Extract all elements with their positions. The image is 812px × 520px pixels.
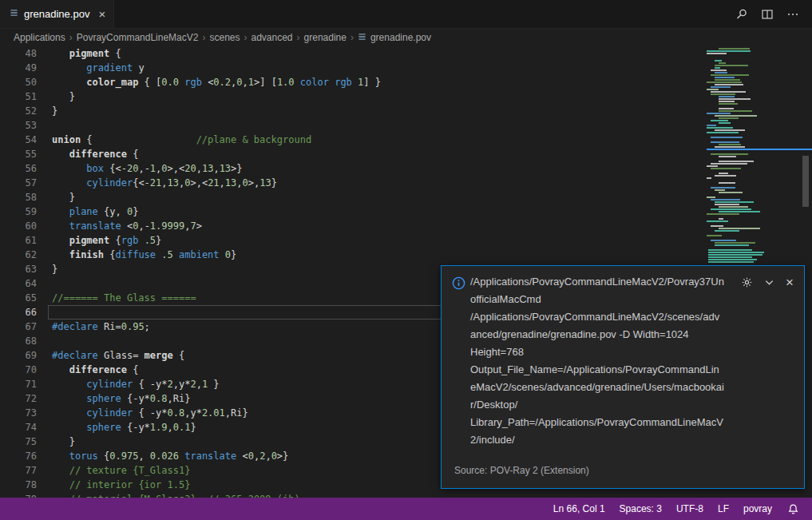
line-number: 63 <box>0 262 37 276</box>
file-icon <box>358 32 366 44</box>
notifications-bell-icon[interactable] <box>782 503 804 515</box>
line-number: 74 <box>0 420 37 435</box>
code-text: sphere {-y*0.8,Ri} <box>52 391 190 406</box>
code-text: #declare Glass= merge { <box>52 348 184 363</box>
line-number: 48 <box>0 46 37 61</box>
line-number: 79 <box>0 492 37 498</box>
code-line[interactable]: 61 pigment {rgb .5} <box>0 233 812 248</box>
code-line[interactable]: 49 gradient y <box>0 61 812 75</box>
chevron-separator-icon: › <box>240 32 252 43</box>
code-line[interactable]: 79 // material {M_Glass3} // 365-2009 (i… <box>0 492 812 498</box>
breadcrumb-item[interactable]: PovrayCommandLineMacV2 <box>77 32 199 43</box>
line-number: 66 <box>0 305 37 320</box>
code-line[interactable]: 55 difference { <box>0 147 812 161</box>
code-line[interactable]: 62 finish {diffuse .5 ambient 0} <box>0 248 812 262</box>
line-number: 73 <box>0 406 37 420</box>
line-number: 52 <box>0 104 37 118</box>
code-line[interactable]: 59 plane {y, 0} <box>0 204 812 219</box>
split-editor-icon[interactable] <box>761 8 774 21</box>
code-text: finish {diffuse .5 ambient 0} <box>52 248 236 262</box>
code-line[interactable]: 50 color_map { [0.0 rgb <0.2,0,1>] [1.0 … <box>0 75 812 89</box>
code-text: //====== The Glass ====== <box>52 291 196 305</box>
line-number: 70 <box>0 363 37 377</box>
breadcrumb-item[interactable]: Applications <box>14 32 65 43</box>
line-number: 53 <box>0 118 37 133</box>
line-number: 56 <box>0 161 37 176</box>
tab-label: grenadine.pov <box>24 8 89 20</box>
code-text: difference { <box>52 147 138 161</box>
notification-toolbar: × <box>741 276 794 289</box>
breadcrumb-item[interactable]: advanced <box>252 32 293 43</box>
breadcrumb-file-label: grenadine.pov <box>370 32 431 43</box>
code-line[interactable]: 58 } <box>0 190 812 204</box>
code-text: box {<-20,-1,0>,<20,13,13>} <box>52 161 243 176</box>
close-notification-icon[interactable]: × <box>786 276 794 289</box>
code-line[interactable]: 53 <box>0 118 812 133</box>
line-number: 60 <box>0 219 37 233</box>
breadcrumb-item[interactable]: scenes <box>209 32 240 43</box>
status-encoding[interactable]: UTF-8 <box>669 503 711 514</box>
line-number: 72 <box>0 391 37 406</box>
line-number: 77 <box>0 463 37 478</box>
code-text: cylinder{<-21,13,0>,<21,13,0>,13} <box>52 176 277 190</box>
code-line[interactable]: 48 pigment { <box>0 46 812 61</box>
line-number: 58 <box>0 190 37 204</box>
code-text: // material {M_Glass3} // 365-2009 (ih) <box>52 492 300 498</box>
breadcrumb-file[interactable]: grenadine.pov <box>358 32 431 44</box>
tab-bar: grenadine.pov × <box>0 0 812 29</box>
line-number: 61 <box>0 233 37 248</box>
code-text: } <box>52 262 57 276</box>
breadcrumb-item[interactable]: grenadine <box>304 32 347 43</box>
notification-message: /Applications/PovrayCommandLineMacV2/Pov… <box>470 273 724 449</box>
code-text: } <box>52 435 75 449</box>
breadcrumb: Applications›PovrayCommandLineMacV2›scen… <box>0 29 812 46</box>
more-actions-icon[interactable] <box>786 8 799 21</box>
line-number: 69 <box>0 348 37 363</box>
line-number: 59 <box>0 204 37 219</box>
line-number: 65 <box>0 291 37 305</box>
line-number: 68 <box>0 334 37 348</box>
code-text: } <box>52 89 75 104</box>
code-text: difference { <box>52 363 138 377</box>
status-cursor-position[interactable]: Ln 66, Col 1 <box>546 503 612 514</box>
code-text: cylinder { -y*2,y*2,1 } <box>52 377 220 391</box>
code-line[interactable]: 56 box {<-20,-1,0>,<20,13,13>} <box>0 161 812 176</box>
notification-source: Source: POV-Ray 2 (Extension) <box>454 465 589 476</box>
close-tab-icon[interactable]: × <box>98 8 105 20</box>
line-number: 55 <box>0 147 37 161</box>
status-items: Ln 66, Col 1Spaces: 3UTF-8LFpovray <box>546 503 779 514</box>
line-number: 71 <box>0 377 37 391</box>
scrollbar-thumb[interactable] <box>802 156 809 207</box>
line-number: 62 <box>0 248 37 262</box>
status-bar: Ln 66, Col 1Spaces: 3UTF-8LFpovray <box>0 498 812 520</box>
code-line[interactable]: 52} <box>0 104 812 118</box>
code-line[interactable]: 54union { //plane & background <box>0 133 812 147</box>
status-indentation[interactable]: Spaces: 3 <box>612 503 669 514</box>
code-text: #declare Ri=0.95; <box>52 320 150 334</box>
code-line[interactable]: 60 translate <0,-1.9999,7> <box>0 219 812 233</box>
chevron-down-icon[interactable] <box>763 276 775 288</box>
code-text: plane {y, 0} <box>52 204 138 219</box>
status-language-mode[interactable]: povray <box>736 503 779 514</box>
code-text: // texture {T_Glass1} <box>52 463 190 478</box>
line-number: 51 <box>0 89 37 104</box>
code-text: } <box>52 104 57 118</box>
render-scene-icon[interactable] <box>735 8 748 21</box>
code-line[interactable]: 57 cylinder{<-21,13,0>,<21,13,0>,13} <box>0 176 812 190</box>
status-eol[interactable]: LF <box>711 503 736 514</box>
editor-actions <box>735 0 812 28</box>
code-text: pigment { <box>52 46 121 61</box>
line-number: 64 <box>0 276 37 291</box>
gear-icon[interactable] <box>741 276 753 288</box>
code-line[interactable]: 51 } <box>0 89 812 104</box>
code-text: union { //plane & background <box>52 133 311 147</box>
vscode-window: grenadine.pov × Applications›PovrayComma… <box>0 0 812 520</box>
code-text: color_map { [0.0 rgb <0.2,0,1>] [1.0 col… <box>52 75 381 89</box>
code-text: sphere {-y*1.9,0.1} <box>52 420 196 435</box>
line-number: 75 <box>0 435 37 449</box>
minimap-accent-line <box>707 149 812 150</box>
info-icon <box>452 276 465 290</box>
code-text: // interior {ior 1.5} <box>52 478 190 492</box>
tab-grenadine-pov[interactable]: grenadine.pov × <box>0 0 114 28</box>
minimap[interactable] <box>707 48 780 264</box>
